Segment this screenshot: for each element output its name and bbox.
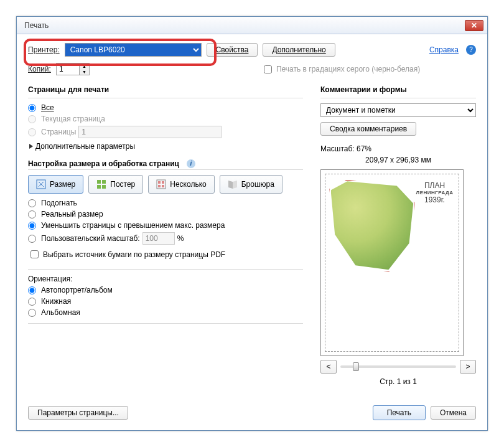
preview-slider[interactable]: [340, 365, 456, 368]
orient-portrait-radio[interactable]: [28, 298, 36, 306]
properties-button[interactable]: Свойства: [207, 43, 258, 57]
svg-rect-7: [162, 181, 164, 184]
choose-source-checkbox[interactable]: [30, 250, 39, 258]
comments-combo[interactable]: Документ и пометки: [320, 103, 476, 117]
svg-rect-3: [97, 185, 101, 189]
preview-scale-label: Масштаб: 67%: [320, 144, 476, 153]
sizing-group-title: Настройка размера и обработка страниц: [28, 159, 179, 168]
preview-dimensions: 209,97 x 296,93 мм: [320, 156, 476, 164]
pages-range-input: [78, 126, 222, 138]
fit-radio[interactable]: [28, 199, 36, 207]
svg-rect-9: [162, 185, 164, 187]
pages-current-radio: [28, 115, 36, 123]
booklet-icon: [228, 179, 238, 189]
close-button[interactable]: ✕: [465, 20, 483, 31]
custom-label: Пользовательский масштаб:: [41, 234, 140, 243]
custom-radio[interactable]: [28, 235, 36, 243]
choose-source-label: Выбрать источник бумаги по размеру стран…: [43, 250, 225, 259]
tab-multiple[interactable]: Несколько: [148, 175, 214, 194]
copies-spinner[interactable]: ▲ ▼: [56, 63, 90, 75]
advanced-button[interactable]: Дополнительно: [263, 43, 335, 57]
more-params-label: Дополнительные параметры: [35, 142, 135, 151]
pages-all-label: Все: [41, 103, 54, 112]
tab-booklet[interactable]: Брошюра: [220, 175, 282, 194]
svg-rect-6: [158, 181, 161, 184]
help-icon[interactable]: ?: [466, 45, 476, 55]
comments-group-title: Комментарии и формы: [320, 85, 476, 94]
pages-range-radio: [28, 128, 36, 136]
dialog-frame: Печать ✕ Принтер: Canon LBP6020 Свойства…: [16, 16, 488, 431]
triangle-right-icon: [29, 144, 33, 149]
fit-label: Подогнать: [41, 199, 77, 207]
print-button[interactable]: Печать: [373, 405, 426, 420]
copies-up-icon[interactable]: ▲: [80, 64, 89, 69]
actual-radio[interactable]: [28, 210, 36, 219]
cancel-button[interactable]: Отмена: [431, 406, 476, 420]
pages-group-title: Страницы для печати: [28, 85, 303, 94]
window-title: Печать: [24, 21, 465, 30]
grayscale-checkbox[interactable]: [264, 65, 272, 73]
grayscale-label: Печать в градациях серого (черно-белая): [276, 65, 420, 73]
tab-size[interactable]: Размер: [28, 175, 83, 194]
pages-current-label: Текущая страница: [41, 115, 105, 123]
svg-rect-8: [158, 185, 161, 187]
info-icon[interactable]: i: [187, 159, 195, 168]
printer-select[interactable]: Canon LBP6020: [65, 43, 202, 57]
help-link[interactable]: Справка: [429, 45, 459, 54]
tab-poster[interactable]: Постер: [88, 175, 143, 194]
preview-page: ПЛАН ЛЕНИНГРАДА 1939г.: [325, 174, 459, 352]
svg-rect-4: [102, 185, 106, 189]
svg-rect-1: [97, 180, 101, 184]
shrink-radio[interactable]: [28, 222, 36, 230]
close-icon: ✕: [471, 21, 477, 30]
size-icon: [36, 179, 46, 189]
preview-next-button[interactable]: >: [460, 360, 476, 374]
orient-auto-label: Автопортрет/альбом: [41, 286, 113, 294]
actual-label: Реальный размер: [41, 210, 103, 219]
orient-portrait-label: Книжная: [41, 297, 71, 306]
map-title-block: ПЛАН ЛЕНИНГРАДА 1939г.: [416, 181, 454, 204]
pages-all-radio[interactable]: [28, 104, 36, 112]
pages-range-label: Страницы: [41, 128, 76, 136]
preview-prev-button[interactable]: <: [320, 360, 337, 374]
more-params-toggle[interactable]: Дополнительные параметры: [29, 142, 303, 151]
percent-label: %: [177, 234, 184, 243]
orient-landscape-radio[interactable]: [28, 309, 36, 317]
preview-box: ПЛАН ЛЕНИНГРАДА 1939г.: [320, 169, 464, 356]
multiple-icon: [156, 179, 166, 189]
svg-rect-2: [102, 180, 106, 184]
shrink-label: Уменьшить страницы с превышением макс. р…: [41, 221, 225, 230]
orient-landscape-label: Альбомная: [41, 308, 80, 317]
comments-summary-button[interactable]: Сводка комментариев: [320, 122, 416, 136]
copies-label: Копий:: [28, 65, 51, 73]
printer-label: Принтер:: [28, 45, 60, 54]
copies-input[interactable]: [57, 64, 79, 75]
page-setup-button[interactable]: Параметры страницы...: [28, 406, 128, 420]
poster-icon: [96, 179, 106, 189]
slider-thumb[interactable]: [353, 362, 359, 371]
copies-down-icon[interactable]: ▼: [80, 69, 89, 75]
preview-page-info: Стр. 1 из 1: [320, 377, 476, 386]
custom-scale-input[interactable]: [142, 232, 175, 245]
orient-auto-radio[interactable]: [28, 286, 36, 294]
titlebar: Печать ✕: [17, 17, 487, 34]
orientation-label: Ориентация:: [28, 275, 303, 283]
